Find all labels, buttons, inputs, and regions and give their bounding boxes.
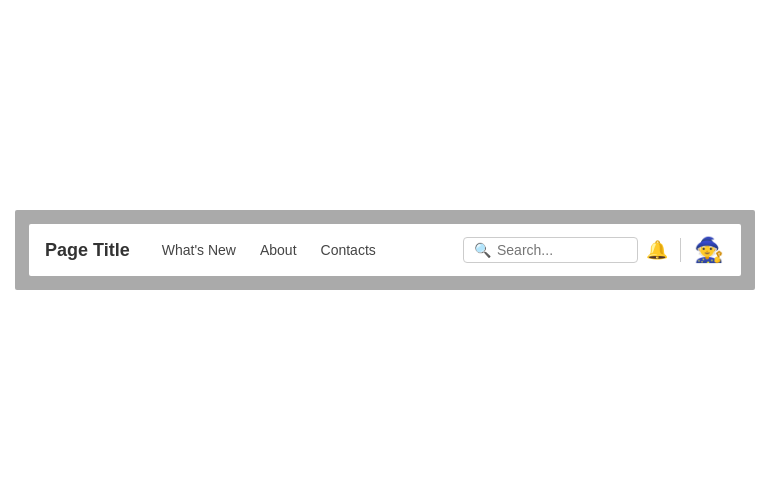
navbar: Page Title What's New About Contacts 🔍 🔔…: [29, 224, 741, 276]
avatar[interactable]: 🧙: [693, 234, 725, 266]
nav-link-about[interactable]: About: [260, 242, 297, 258]
nav-divider: [680, 238, 681, 262]
bell-icon[interactable]: 🔔: [646, 239, 668, 261]
page-title: Page Title: [45, 240, 130, 261]
search-container: 🔍: [463, 237, 638, 263]
nav-link-whats-new[interactable]: What's New: [162, 242, 236, 258]
nav-link-contacts[interactable]: Contacts: [321, 242, 376, 258]
outer-wrapper: Page Title What's New About Contacts 🔍 🔔…: [15, 210, 755, 290]
search-icon: 🔍: [474, 242, 491, 258]
search-input[interactable]: [497, 242, 627, 258]
nav-links: What's New About Contacts: [162, 242, 463, 258]
nav-right: 🔍 🔔 🧙: [463, 234, 725, 266]
